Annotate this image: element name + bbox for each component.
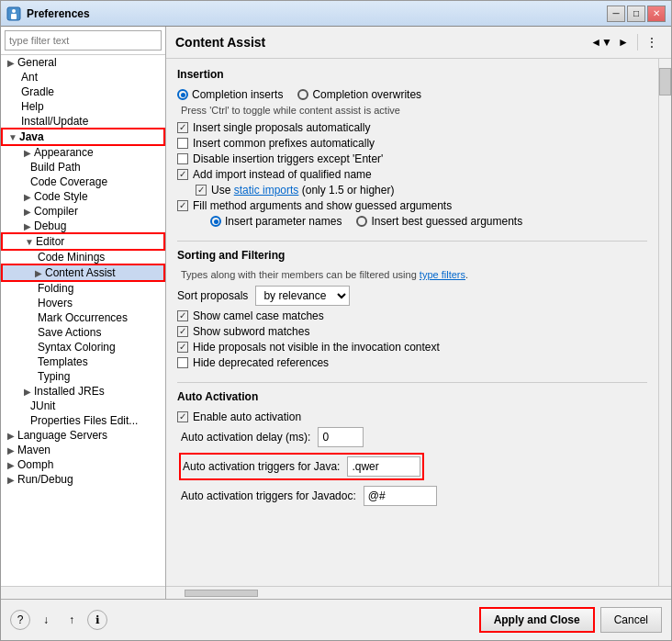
bottom-left-icons: ? ↓ ↑ ℹ — [10, 610, 474, 630]
forward-button[interactable]: ► — [613, 32, 633, 52]
completion-inserts-radio[interactable] — [177, 89, 188, 100]
apply-close-button[interactable]: Apply and Close — [479, 607, 595, 633]
import-button[interactable]: ↓ — [36, 610, 56, 630]
sidebar-item-language-servers[interactable]: ▶ Language Servers — [1, 428, 165, 443]
sidebar-item-appearance[interactable]: ▶ Appearance — [1, 145, 165, 160]
cb-insert-single[interactable]: Insert single proposals automatically — [177, 121, 647, 134]
minimize-button[interactable]: ─ — [607, 6, 625, 22]
insert-single-label: Insert single proposals automatically — [193, 121, 370, 134]
cb-insert-common[interactable]: Insert common prefixes automatically — [177, 137, 647, 150]
cb-camel-case[interactable]: Show camel case matches — [177, 309, 647, 322]
use-static-imports-checkbox[interactable] — [196, 185, 207, 196]
static-imports-link[interactable]: static imports — [234, 184, 299, 197]
sidebar-item-run-debug[interactable]: ▶ Run/Debug — [1, 472, 165, 487]
cb-hide-deprecated[interactable]: Hide deprecated references — [177, 356, 647, 369]
fill-method-checkbox[interactable] — [177, 200, 188, 211]
maximize-button[interactable]: □ — [627, 6, 645, 22]
sidebar-item-java[interactable]: ▼ Java — [3, 129, 163, 144]
sidebar-item-content-assist[interactable]: ▶ Content Assist — [3, 265, 163, 280]
sidebar-item-help[interactable]: Help — [1, 99, 165, 114]
sidebar-item-general[interactable]: ▶ General — [1, 55, 165, 70]
insert-best-guessed-option[interactable]: Insert best guessed arguments — [356, 215, 522, 228]
enable-auto-activation-checkbox[interactable] — [177, 411, 188, 422]
insert-common-label: Insert common prefixes automatically — [193, 137, 375, 150]
cb-subword[interactable]: Show subword matches — [177, 325, 647, 338]
java-trigger-input[interactable] — [347, 456, 420, 477]
toolbar: ◄▼ ► ⋮ — [591, 32, 662, 52]
insert-common-checkbox[interactable] — [177, 138, 188, 149]
insertion-section: Insertion Completion inserts Completion … — [177, 68, 647, 228]
sort-proposals-select[interactable]: by relevance alphabetically — [255, 286, 350, 306]
cb-disable-triggers[interactable]: Disable insertion triggers except 'Enter… — [177, 152, 647, 165]
cb-use-static-imports[interactable]: Use static imports (only 1.5 or higher) — [196, 184, 647, 197]
close-button[interactable]: ✕ — [647, 6, 666, 22]
sidebar-item-hovers[interactable]: Hovers — [1, 296, 165, 310]
sidebar-item-ant[interactable]: Ant — [1, 70, 165, 84]
search-input[interactable] — [5, 30, 162, 51]
completion-overwrites-option[interactable]: Completion overwrites — [297, 88, 421, 101]
sidebar-item-maven[interactable]: ▶ Maven — [1, 443, 165, 457]
enable-auto-activation-label: Enable auto activation — [193, 410, 301, 423]
java-trigger-label: Auto activation triggers for Java: — [183, 460, 340, 473]
cancel-button[interactable]: Cancel — [600, 607, 662, 633]
sort-proposals-row: Sort proposals by relevance alphabetical… — [177, 286, 647, 306]
search-box — [1, 27, 165, 55]
sidebar-item-junit[interactable]: JUnit — [1, 399, 165, 413]
hide-deprecated-checkbox[interactable] — [177, 357, 188, 368]
add-import-checkbox[interactable] — [177, 169, 188, 180]
help-button[interactable]: ? — [10, 610, 30, 630]
sidebar-item-templates[interactable]: Templates — [1, 354, 165, 369]
back-button[interactable]: ◄▼ — [591, 32, 611, 52]
arrow-icon: ▶ — [5, 475, 17, 485]
sidebar-item-build-path[interactable]: Build Path — [1, 160, 165, 174]
cb-enable-auto-activation[interactable]: Enable auto activation — [177, 410, 647, 423]
java-trigger-row: Auto activation triggers for Java: — [181, 455, 422, 478]
completion-overwrites-radio[interactable] — [297, 89, 308, 100]
arrow-icon: ▼ — [6, 132, 19, 142]
insert-best-guessed-radio[interactable] — [356, 216, 367, 227]
sidebar-item-code-style[interactable]: ▶ Code Style — [1, 189, 165, 204]
export-button[interactable]: ↑ — [62, 610, 82, 630]
sidebar-item-typing[interactable]: Typing — [1, 369, 165, 384]
sidebar-item-syntax-coloring[interactable]: Syntax Coloring — [1, 340, 165, 354]
type-filters-link[interactable]: type filters — [420, 269, 465, 280]
insertion-radio-group: Completion inserts Completion overwrites — [177, 88, 647, 101]
cb-hide-not-visible[interactable]: Hide proposals not visible in the invoca… — [177, 341, 647, 354]
bottom-bar: ? ↓ ↑ ℹ Apply and Close Cancel — [1, 599, 671, 640]
sidebar-item-folding[interactable]: Folding — [1, 281, 165, 296]
camel-case-checkbox[interactable] — [177, 310, 188, 321]
cb-fill-method[interactable]: Fill method arguments and show guessed a… — [177, 199, 647, 212]
sidebar-item-code-minings[interactable]: Code Minings — [1, 250, 165, 264]
auto-activation-title: Auto Activation — [177, 390, 647, 403]
sidebar-item-install-update[interactable]: Install/Update — [1, 114, 165, 129]
sidebar-item-properties-files-editor[interactable]: Properties Files Edit... — [1, 413, 165, 428]
main-scrollbar[interactable] — [658, 59, 671, 586]
info-button[interactable]: ℹ — [87, 610, 107, 630]
insert-param-names-radio[interactable] — [210, 216, 221, 227]
sidebar-item-gradle[interactable]: Gradle — [1, 84, 165, 99]
main-header: Content Assist ◄▼ ► ⋮ — [166, 27, 671, 59]
sidebar-item-mark-occurrences[interactable]: Mark Occurrences — [1, 310, 165, 325]
sidebar-item-compiler[interactable]: ▶ Compiler — [1, 204, 165, 219]
disable-triggers-checkbox[interactable] — [177, 153, 188, 164]
completion-inserts-option[interactable]: Completion inserts — [177, 88, 283, 101]
hide-not-visible-label: Hide proposals not visible in the invoca… — [193, 341, 440, 354]
sidebar-item-installed-jres[interactable]: ▶ Installed JREs — [1, 384, 165, 399]
more-button[interactable]: ⋮ — [642, 32, 662, 52]
sidebar-item-code-coverage[interactable]: Code Coverage — [1, 174, 165, 189]
insert-single-checkbox[interactable] — [177, 122, 188, 133]
sidebar-item-editor[interactable]: ▼ Editor — [3, 234, 163, 249]
hide-not-visible-checkbox[interactable] — [177, 342, 188, 353]
javadoc-trigger-input[interactable] — [364, 486, 437, 506]
sidebar-item-oomph[interactable]: ▶ Oomph — [1, 457, 165, 472]
subword-checkbox[interactable] — [177, 326, 188, 337]
bottom-scrollbar[interactable] — [166, 586, 671, 599]
delay-input[interactable] — [318, 427, 364, 447]
cb-add-import[interactable]: Add import instead of qualified name — [177, 168, 647, 181]
auto-activation-delay-row: Auto activation delay (ms): — [181, 427, 647, 447]
bottom-scrollbar-thumb[interactable] — [185, 590, 258, 597]
sidebar-item-debug[interactable]: ▶ Debug — [1, 219, 165, 233]
scrollbar-thumb[interactable] — [659, 68, 671, 96]
insert-param-names-option[interactable]: Insert parameter names — [210, 215, 342, 228]
sidebar-item-save-actions[interactable]: Save Actions — [1, 325, 165, 340]
